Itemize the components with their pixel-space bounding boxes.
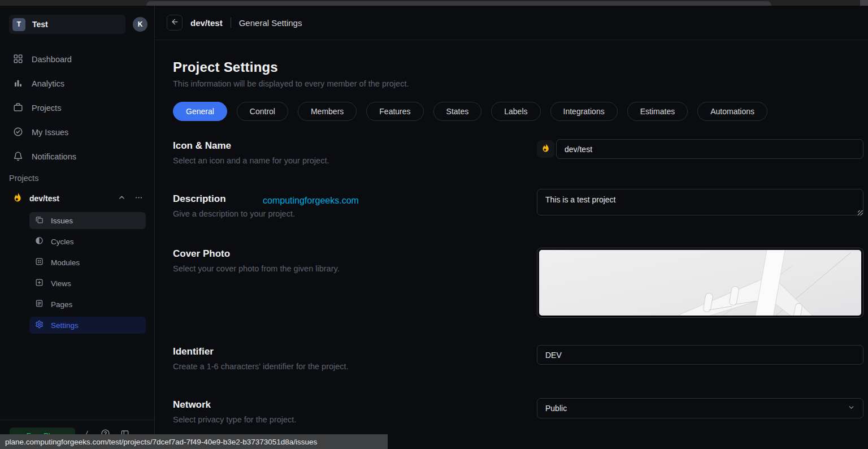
tab-automations[interactable]: Automations [697,102,767,121]
project-description-textarea[interactable]: This is a test project [537,189,863,215]
square-plus-icon [35,278,44,288]
check-circle-icon [13,127,23,139]
project-item-label: Views [51,279,71,288]
chevron-down-icon [848,404,855,413]
project-sub-menu: Issues Cycles Modules Views Pages Settin… [29,212,146,338]
project-item-issues[interactable]: Issues [29,212,146,229]
page-subtitle: This information will be displayed to ev… [173,79,409,88]
workspace-row: T Test K [9,15,147,34]
sidebar-item-notifications[interactable]: Notifications [8,148,146,165]
tab-control[interactable]: Control [237,102,288,121]
main-header: dev/test General Settings [155,6,868,40]
name-field-row [537,139,863,159]
flame-icon [14,192,22,205]
flame-icon [542,143,550,156]
network-select-value: Public [545,404,567,413]
briefcase-icon [13,102,23,114]
file-text-icon [35,299,44,309]
project-item-settings[interactable]: Settings [29,317,146,334]
project-item-label: Modules [51,258,80,267]
sidebar-item-dashboard[interactable]: Dashboard [8,51,146,68]
tab-labels[interactable]: Labels [491,102,540,121]
app-window: T Test K Dashboard Analytics Projects My… [0,0,868,449]
sidebar-bottom-divider [0,420,154,420]
arrow-left-icon [171,18,179,28]
project-item-label: Pages [51,300,72,309]
project-name: dev/test [29,194,59,203]
gear-icon [35,320,44,330]
user-avatar[interactable]: K [133,17,147,32]
cover-photo[interactable] [537,248,863,318]
projects-section-label: Projects [9,174,38,183]
sidebar-item-label: Notifications [32,152,76,161]
settings-tabs: General Control Members Features States … [173,102,767,121]
project-item-modules[interactable]: Modules [29,254,146,271]
cover-title: Cover Photo [173,248,230,260]
project-item-cycles[interactable]: Cycles [29,233,146,250]
sidebar-item-my-issues[interactable]: My Issues [8,124,146,141]
network-description: Select privacy type for the project. [173,415,296,424]
project-item-label: Issues [51,217,73,225]
identifier-input[interactable] [537,345,863,365]
workspace-switcher[interactable]: T Test [9,15,125,34]
cover-description: Select your cover photo from the given l… [173,264,340,273]
project-item-label: Settings [51,321,79,330]
breadcrumb-project[interactable]: dev/test [190,18,223,28]
sidebar-item-label: Analytics [32,79,64,88]
modules-icon [35,257,44,267]
page-title: Project Settings [173,59,278,75]
ellipsis-icon[interactable] [134,193,143,204]
back-button[interactable] [167,15,183,31]
chevron-up-icon[interactable] [118,193,125,204]
network-select[interactable]: Public [537,398,863,418]
workspace-logo: T [12,18,25,31]
tab-members[interactable]: Members [298,102,357,121]
workspace-name: Test [32,20,48,29]
sidebar-item-projects[interactable]: Projects [8,100,146,116]
browser-tab-strip [146,1,771,6]
status-url-text: plane.computingforgeeks.com/test/project… [5,438,317,446]
icon-name-title: Icon & Name [173,140,231,152]
identifier-title: Identifier [173,346,214,357]
tab-states[interactable]: States [433,102,482,121]
icon-name-description: Select an icon and a name for your proje… [173,156,329,165]
tab-general[interactable]: General [173,102,227,121]
sidebar-item-label: Dashboard [32,55,72,64]
project-item-pages[interactable]: Pages [29,296,146,313]
contrast-icon [35,236,44,247]
main-panel: dev/test General Settings Project Settin… [155,6,868,449]
tab-integrations[interactable]: Integrations [550,102,618,121]
browser-top-strip [0,0,868,6]
project-item-views[interactable]: Views [29,275,146,292]
project-item-label: Cycles [51,238,74,246]
browser-status-bar: plane.computingforgeeks.com/test/project… [0,434,388,449]
sidebar-item-label: My Issues [32,128,68,137]
sidebar-project-devtest[interactable]: dev/test [8,190,149,207]
cover-photo-airplane [539,250,861,316]
layers-icon [35,215,44,226]
bar-chart-icon [13,78,23,90]
tab-estimates[interactable]: Estimates [627,102,688,121]
network-title: Network [173,399,211,411]
sidebar-item-analytics[interactable]: Analytics [8,75,146,92]
tab-features[interactable]: Features [366,102,423,121]
description-title: Description [173,193,226,205]
project-name-input[interactable] [556,139,863,159]
grid-icon [13,54,23,66]
sidebar: T Test K Dashboard Analytics Projects My… [0,6,155,449]
description-description: Give a description to your project. [173,209,295,218]
project-emoji-button[interactable] [537,140,554,158]
bell-icon [13,151,23,163]
watermark-text: computingforgeeks.com [263,196,359,206]
breadcrumb-divider [231,18,231,28]
textarea-resize-handle[interactable] [858,210,863,215]
sidebar-item-label: Projects [32,103,61,113]
browser-strip-right [860,0,868,6]
sidebar-nav: Dashboard Analytics Projects My Issues N… [8,51,146,172]
identifier-description: Create a 1-6 characters' identifier for … [173,362,349,371]
breadcrumb-section: General Settings [239,18,302,28]
project-actions [118,193,143,204]
